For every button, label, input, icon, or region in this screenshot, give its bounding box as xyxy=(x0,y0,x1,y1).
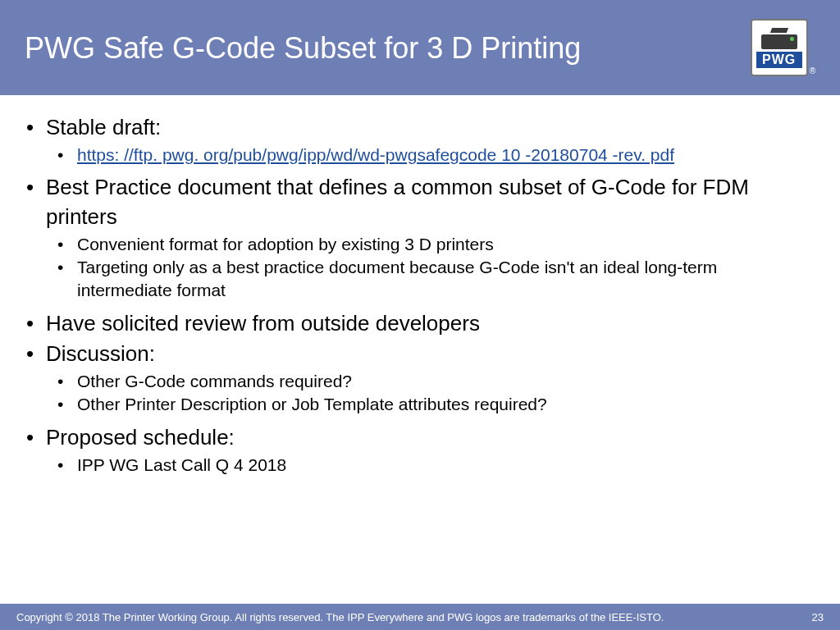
draft-link[interactable]: https: //ftp. pwg. org/pub/pwg/ipp/wd/wd… xyxy=(77,145,674,164)
sub-text: Other Printer Description or Job Templat… xyxy=(77,395,547,413)
logo-wrap: PWG ® xyxy=(751,19,815,76)
bullet-text: Proposed schedule: xyxy=(46,425,235,450)
sub-bullet: Convenient format for adoption by existi… xyxy=(56,233,815,256)
sub-bullet-link: https: //ftp. pwg. org/pub/pwg/ipp/wd/wd… xyxy=(56,144,815,167)
sub-text: Other G-Code commands required? xyxy=(77,372,352,390)
sub-list: Other G-Code commands required? Other Pr… xyxy=(46,370,815,417)
slide-title: PWG Safe G-Code Subset for 3 D Printing xyxy=(25,30,581,66)
page-number: 23 xyxy=(812,611,824,623)
bullet-stable-draft: Stable draft: https: //ftp. pwg. org/pub… xyxy=(25,113,815,167)
bullet-text: Have solicited review from outside devel… xyxy=(46,311,480,336)
bullet-list: Stable draft: https: //ftp. pwg. org/pub… xyxy=(25,113,815,477)
bullet-best-practice: Best Practice document that defines a co… xyxy=(25,173,815,302)
slide: PWG Safe G-Code Subset for 3 D Printing … xyxy=(0,0,840,630)
logo-text: PWG xyxy=(756,52,802,68)
slide-footer: Copyright © 2018 The Printer Working Gro… xyxy=(0,604,840,630)
pwg-logo: PWG xyxy=(751,19,808,76)
sub-text: IPP WG Last Call Q 4 2018 xyxy=(77,455,286,474)
bullet-text: Stable draft: xyxy=(46,115,161,139)
bullet-schedule: Proposed schedule: IPP WG Last Call Q 4 … xyxy=(25,423,815,477)
slide-header: PWG Safe G-Code Subset for 3 D Printing … xyxy=(0,0,840,95)
sub-text: Targeting only as a best practice docume… xyxy=(77,258,717,299)
sub-list: Convenient format for adoption by existi… xyxy=(46,233,815,303)
bullet-text: Best Practice document that defines a co… xyxy=(46,175,749,228)
bullet-review: Have solicited review from outside devel… xyxy=(25,309,815,338)
sub-bullet: Other Printer Description or Job Templat… xyxy=(56,393,815,416)
sub-list: https: //ftp. pwg. org/pub/pwg/ipp/wd/wd… xyxy=(46,144,815,167)
sub-bullet: Targeting only as a best practice docume… xyxy=(56,256,815,303)
bullet-text: Discussion: xyxy=(46,341,155,366)
bullet-discussion: Discussion: Other G-Code commands requir… xyxy=(25,340,815,417)
copyright-text: Copyright © 2018 The Printer Working Gro… xyxy=(16,611,664,623)
sub-bullet: Other G-Code commands required? xyxy=(56,370,815,393)
sub-list: IPP WG Last Call Q 4 2018 xyxy=(46,454,815,477)
sub-bullet: IPP WG Last Call Q 4 2018 xyxy=(56,454,815,477)
sub-text: Convenient format for adoption by existi… xyxy=(77,235,494,253)
printer-icon xyxy=(761,28,797,49)
slide-content: Stable draft: https: //ftp. pwg. org/pub… xyxy=(0,95,840,604)
registered-mark: ® xyxy=(810,66,815,75)
